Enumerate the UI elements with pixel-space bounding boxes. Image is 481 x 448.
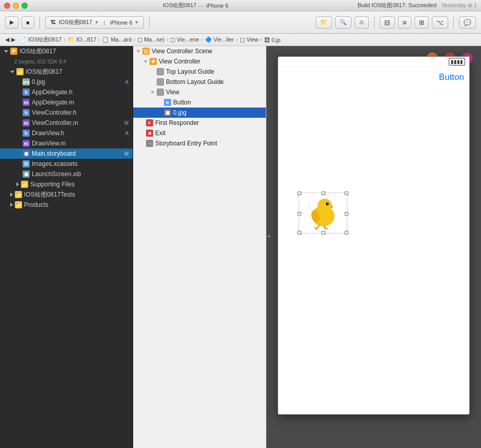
maximize-button[interactable] [22,3,28,9]
sidebar-file-xib[interactable]: ▣ LaunchScreen.xib [0,169,133,179]
scheme-selector[interactable]: 🏗 IOS绘图0817 ▾ | iPhone 6 ▾ [45,16,144,29]
close-button[interactable] [4,3,10,9]
breadcrumb-item-2[interactable]: 📁 IO...817 [68,36,96,43]
phone-statusbar: ▮▮▮▮ [278,57,469,67]
project-icon: P [10,48,17,55]
run-button[interactable]: ▶ [5,16,18,29]
scene-bottom-layout[interactable]: Bottom Layout Guide [133,77,266,87]
first-responder-icon: F [146,119,153,126]
device-scheme-label: iPhone 6 [110,19,132,26]
warning-icon: ⚠ [359,19,364,26]
hierarchy-icon-btn[interactable]: ⊞ [414,16,429,29]
breadcrumb-nav-prev[interactable]: ◀ [5,36,9,43]
scene-top-layout[interactable]: Top Layout Guide [133,67,266,77]
scene-view[interactable]: View [133,87,266,97]
handle-bc[interactable] [322,231,325,234]
storyboard-icon: ▣ [23,150,30,157]
supporting-files-label: Supporting Files [30,181,75,188]
toolbar-separator-4 [453,16,454,29]
sidebar-file-drawview-m[interactable]: m DrawView.m [0,138,133,148]
sidebar-project[interactable]: P IOS绘图0817 [0,46,133,56]
diff-icon-btn[interactable]: ⊟ [380,16,395,29]
breadcrumb-item-5[interactable]: ▢ Vie...ene [170,36,199,43]
breadcrumb-item-6[interactable]: 🔷 Vie...ller [205,36,234,43]
phone-wrapper: → ▮▮▮▮ Button [278,56,470,415]
scene-vc-scene-label: View Controller Scene [152,48,213,55]
view-label: View [166,89,179,96]
minimize-button[interactable] [13,3,19,9]
expand-icon [4,50,8,53]
svg-marker-4 [331,206,334,208]
breadcrumb-item-3[interactable]: 📋 Ma...ard [102,36,131,43]
image-scene-label: 0.jpg [173,109,186,116]
svg-point-1 [318,199,332,213]
scene-entry-point[interactable]: → Storyboard Entry Point [133,138,266,148]
breadcrumb: ◀ ▶ 📄 IOS绘图0817 › 📁 IO...817 › 📋 Ma...ar… [0,34,481,46]
breadcrumb-item-4[interactable]: ▢ Ma...se) [137,36,164,43]
scheme-icon: 🏗 [51,19,56,25]
sidebar-supporting-files[interactable]: 📁 Supporting Files [0,179,133,189]
handle-tl[interactable] [298,191,301,195]
titlebar-title: IOS绘图0817 — iPhone 6 [34,2,358,9]
breadcrumb-nav-next[interactable]: ▶ [11,36,15,43]
chevron-left-icon: ◀ [5,36,9,43]
main-layout: P IOS绘图0817 2 targets, iOS SDK 8.4 📁 IOS… [0,46,481,448]
sidebar-project-targets: 2 targets, iOS SDK 8.4 [0,56,133,67]
sidebar-file-storyboard[interactable]: ▣ Main.storyboard M [0,148,133,159]
phone-content: Button [278,67,469,414]
toolbar: ▶ ■ 🏗 IOS绘图0817 ▾ | iPhone 6 ▾ 📁 🔍 ⚠ ⊟ ≡… [0,11,481,34]
list-icon-btn[interactable]: ≡ [398,16,411,29]
sidebar-file-drawview-h[interactable]: h DrawView.h A [0,128,133,138]
folder-icon-btn[interactable]: 📁 [316,16,332,29]
scene-expand-icon [136,50,140,53]
svg-point-2 [326,202,329,205]
handle-ml[interactable] [298,212,301,216]
titlebar: IOS绘图0817 — iPhone 6 Build IOS绘图0817: Su… [0,0,481,11]
sidebar-file-0jpg[interactable]: jpg 0.jpg A [0,77,133,87]
sidebar-file-appdelegate-h[interactable]: h AppDelegate.h [0,87,133,97]
phone-frame: ▮▮▮▮ Button [278,56,470,415]
group-expand-icon [10,71,14,73]
comment-icon-btn[interactable]: 💬 [459,16,476,29]
scene-image[interactable]: ▣ 0.jpg [133,108,266,118]
sidebar-group[interactable]: 📁 IOS绘图0817 [0,67,133,77]
breadcrumb-item-1[interactable]: 📄 IOS绘图0817 [19,36,61,44]
scene-vc-scene[interactable]: ⊡ View Controller Scene [133,46,266,56]
handle-bl[interactable] [298,231,301,234]
sidebar-file-xcassets[interactable]: ⊟ Images.xcassets [0,159,133,169]
handle-mr[interactable] [345,212,348,216]
handle-tc[interactable] [322,191,325,195]
svg-line-6 [317,225,320,229]
sidebar-file-appdelegate-m[interactable]: m AppDelegate.m [0,97,133,108]
toolbar-separator-3 [374,16,374,29]
scene-first-responder[interactable]: F First Responder [133,118,266,128]
handle-br[interactable] [345,231,348,234]
button-scene-label: Button [173,99,191,106]
search-toolbar-btn[interactable]: 🔍 [335,16,351,29]
group-name: IOS绘图0817 [26,68,62,76]
sidebar-file-vc-h[interactable]: h ViewController.h [0,108,133,118]
phone-button-element[interactable]: Button [439,72,464,82]
handle-tr[interactable] [345,191,348,195]
breadcrumb-item-8[interactable]: 🖼 0.jp [264,37,281,43]
sidebar-products[interactable]: 📁 Products [0,200,133,210]
scene-vc[interactable]: ⊕ View Controller [133,56,266,67]
branch-icon-btn[interactable]: ⌥ [432,16,448,29]
breadcrumb-item-7[interactable]: ▢ View [240,36,259,43]
sidebar-file-vc-m[interactable]: m ViewController.m M [0,118,133,128]
vc-label: View Controller [159,58,200,65]
image-view-selected[interactable] [299,193,347,233]
svg-line-8 [316,229,317,230]
scene-exit[interactable]: ⊗ Exit [133,128,266,138]
jpg-icon: jpg [23,78,30,86]
supporting-folder-icon: 📁 [21,181,28,188]
warning-icon-btn[interactable]: ⚠ [354,16,369,29]
chevron-down-icon: ▾ [95,19,98,26]
entry-point-icon: → [146,140,153,147]
sidebar-tests[interactable]: 📁 IOS绘图0817Tests [0,189,133,200]
scene-button[interactable]: B Button [133,97,266,108]
entry-point-arrow: → [266,230,273,242]
scene-panel: ⊡ View Controller Scene ⊕ View Controlle… [133,46,266,448]
toolbar-separator-1 [39,16,40,29]
stop-button[interactable]: ■ [22,16,34,29]
